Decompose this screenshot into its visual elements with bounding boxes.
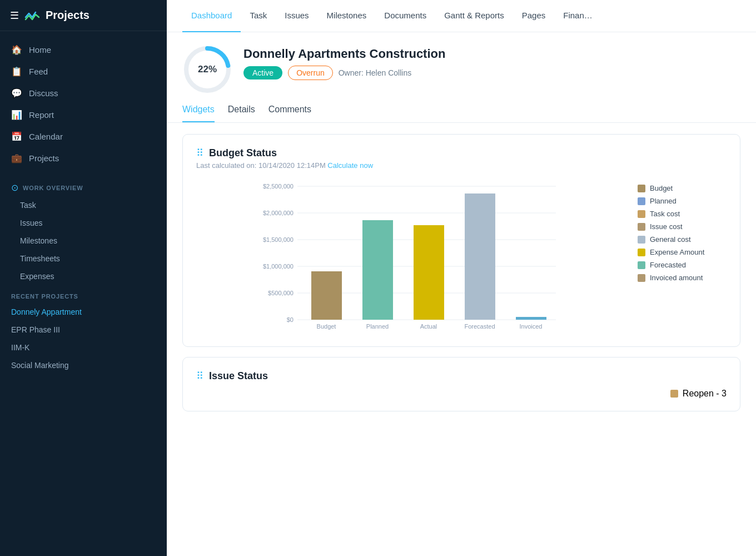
top-nav-documents[interactable]: Documents	[375, 0, 435, 32]
legend-issue-cost: Issue cost	[638, 222, 727, 231]
legend-color-task-cost	[638, 210, 645, 218]
sidebar-recent-donnely[interactable]: Donnely Appartment	[0, 303, 167, 321]
discuss-icon: 💬	[11, 88, 22, 98]
projects-icon: 💼	[11, 153, 22, 163]
svg-text:$2,500,000: $2,500,000	[263, 183, 294, 190]
badge-active: Active	[243, 66, 282, 80]
sidebar-item-feed[interactable]: 📋 Feed	[0, 61, 167, 82]
issue-widget: ⠿ Issue Status Reopen - 3	[182, 357, 740, 411]
reopen-badge: Reopen - 3	[670, 389, 727, 399]
top-nav-issues[interactable]: Issues	[276, 0, 317, 32]
legend-color-budget	[638, 185, 645, 192]
svg-text:Invoiced: Invoiced	[520, 323, 543, 330]
sidebar-item-label-projects: Projects	[29, 153, 59, 163]
top-nav-task[interactable]: Task	[241, 0, 276, 32]
sidebar-recent-epr[interactable]: EPR Phase III	[0, 321, 167, 339]
top-nav-pages[interactable]: Pages	[513, 0, 555, 32]
bar-actual	[414, 225, 444, 320]
sidebar: ☰ Projects 🏠 Home 📋 Feed 💬 Discuss 📊 Rep…	[0, 0, 167, 556]
top-nav: Dashboard Task Issues Milestones Documen…	[167, 0, 756, 32]
top-nav-dashboard[interactable]: Dashboard	[182, 0, 241, 32]
top-nav-gantt[interactable]: Gantt & Reports	[435, 0, 513, 32]
legend-label-issue-cost: Issue cost	[650, 222, 683, 231]
top-nav-finan[interactable]: Finan…	[554, 0, 601, 32]
legend-color-general-cost	[638, 236, 645, 244]
sidebar-sub-item-timesheets[interactable]: Timesheets	[0, 250, 167, 267]
top-nav-milestones[interactable]: Milestones	[318, 0, 376, 32]
sidebar-item-home[interactable]: 🏠 Home	[0, 39, 167, 61]
work-overview-label: WORK OVERVIEW	[23, 185, 83, 191]
legend-color-expense-amount	[638, 249, 645, 256]
svg-text:$2,000,000: $2,000,000	[263, 210, 294, 216]
reopen-label: Reopen - 3	[683, 389, 727, 399]
legend-color-issue-cost	[638, 223, 645, 231]
legend-color-forecasted	[638, 261, 645, 269]
hamburger-icon[interactable]: ☰	[10, 9, 19, 22]
legend-label-forecasted: Forecasted	[650, 261, 686, 269]
tab-widgets[interactable]: Widgets	[182, 105, 215, 122]
calendar-icon: 📅	[11, 131, 22, 142]
legend-invoiced-amount: Invoiced amount	[638, 274, 727, 282]
issue-grid-icon: ⠿	[196, 370, 203, 382]
sidebar-item-label-calendar: Calendar	[29, 132, 63, 141]
budget-widget-header: ⠿ Budget Status	[196, 147, 727, 159]
project-info: Donnelly Apartments Construction Active …	[243, 44, 445, 80]
legend-color-invoiced-amount	[638, 274, 645, 282]
work-overview-header: ⊙ WORK OVERVIEW	[0, 177, 167, 196]
legend-general-cost: General cost	[638, 235, 727, 244]
svg-text:$500,000: $500,000	[268, 290, 294, 296]
calculate-link[interactable]: Calculate now	[327, 161, 373, 170]
svg-text:Actual: Actual	[420, 323, 437, 330]
budget-widget: ⠿ Budget Status Last calculated on: 10/1…	[182, 134, 740, 347]
legend-color-planned	[638, 197, 645, 205]
main-content: Dashboard Task Issues Milestones Documen…	[167, 0, 756, 556]
legend-expense-amount: Expense Amount	[638, 248, 727, 256]
progress-percent: 22%	[198, 64, 217, 75]
legend-label-expense-amount: Expense Amount	[650, 248, 704, 256]
sidebar-item-report[interactable]: 📊 Report	[0, 104, 167, 126]
project-owner: Owner: Helen Collins	[339, 68, 412, 77]
sidebar-item-label-discuss: Discuss	[29, 88, 58, 98]
sidebar-item-discuss[interactable]: 💬 Discuss	[0, 82, 167, 104]
sidebar-nav: 🏠 Home 📋 Feed 💬 Discuss 📊 Report 📅 Calen…	[0, 31, 167, 177]
sidebar-item-calendar[interactable]: 📅 Calendar	[0, 126, 167, 147]
bar-budget	[311, 271, 342, 320]
legend-label-general-cost: General cost	[650, 235, 691, 244]
sidebar-title: Projects	[46, 9, 89, 22]
work-overview-icon: ⊙	[11, 182, 18, 193]
sidebar-recent-social[interactable]: Social Marketing	[0, 356, 167, 374]
chart-area: $2,500,000 $2,000,000 $1,500,000 $1,000,…	[196, 178, 626, 334]
sidebar-sub-item-issues[interactable]: Issues	[0, 214, 167, 232]
bar-forecasted	[465, 193, 495, 320]
project-name: Donnelly Apartments Construction	[243, 47, 445, 61]
svg-text:$1,000,000: $1,000,000	[263, 263, 294, 270]
badge-overrun: Overrun	[288, 66, 333, 80]
budget-grid-icon: ⠿	[196, 147, 203, 159]
svg-text:Budget: Budget	[317, 323, 336, 330]
budget-subtitle-text: Last calculated on: 10/14/2020 12:14PM	[196, 161, 326, 170]
legend-forecasted: Forecasted	[638, 261, 727, 269]
legend-budget: Budget	[638, 184, 727, 192]
legend-planned: Planned	[638, 197, 727, 205]
svg-text:Forecasted: Forecasted	[464, 323, 495, 330]
tab-comments[interactable]: Comments	[268, 105, 311, 122]
sidebar-recent-iimk[interactable]: IIM-K	[0, 339, 167, 356]
sidebar-sub-item-task[interactable]: Task	[0, 196, 167, 214]
content-area: ⠿ Budget Status Last calculated on: 10/1…	[167, 123, 756, 556]
reopen-color	[670, 390, 678, 398]
sidebar-item-label-feed: Feed	[29, 67, 48, 76]
sidebar-item-projects[interactable]: 💼 Projects	[0, 147, 167, 169]
sidebar-sub-item-milestones[interactable]: Milestones	[0, 232, 167, 250]
legend-label-invoiced-amount: Invoiced amount	[650, 274, 703, 282]
recent-projects-label: RECENT PROJECTS	[0, 285, 167, 303]
report-icon: 📊	[11, 110, 22, 120]
sidebar-sub-item-expenses[interactable]: Expenses	[0, 267, 167, 285]
budget-chart-svg: $2,500,000 $2,000,000 $1,500,000 $1,000,…	[196, 178, 626, 334]
feed-icon: 📋	[11, 66, 22, 77]
sub-tabs: Widgets Details Comments	[167, 95, 756, 123]
tab-details[interactable]: Details	[228, 105, 255, 122]
bar-invoiced	[516, 317, 546, 320]
bar-planned	[362, 220, 393, 320]
budget-widget-title: Budget Status	[209, 147, 277, 159]
legend-label-budget: Budget	[650, 184, 673, 192]
